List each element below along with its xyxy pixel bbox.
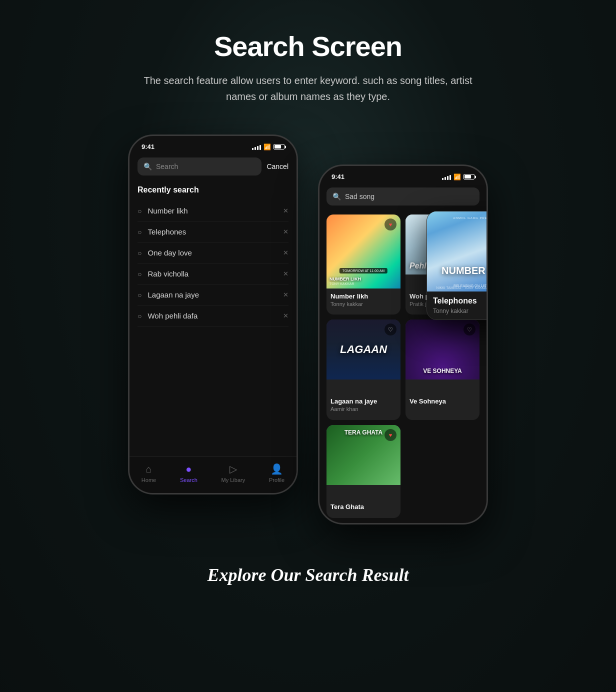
close-icon[interactable]: ✕ bbox=[283, 249, 288, 256]
presents-label: ANMOL GARG PRESENTS bbox=[427, 216, 488, 220]
album-art-lagaan: LAGAAN ♡ bbox=[326, 320, 400, 394]
search-item-text: Woh pehli dafa bbox=[148, 312, 277, 320]
card-artist-lagaan: Aamir khan bbox=[330, 406, 396, 412]
nav-library-label: My Libary bbox=[222, 477, 246, 483]
list-item[interactable]: ○ Number likh ✕ bbox=[138, 200, 288, 222]
phone-1-screen: 9:41 📶 🔍 Search C bbox=[130, 136, 296, 493]
history-icon: ○ bbox=[138, 312, 142, 320]
home-icon: ⌂ bbox=[146, 464, 152, 475]
floating-card[interactable]: ANMOL GARG PRESENTS NUMBER LIKH RELEASIN… bbox=[426, 211, 488, 320]
wifi-icon-2: 📶 bbox=[454, 174, 461, 180]
card-title-tera: Tera Ghata bbox=[330, 503, 396, 510]
search-item-text: Rab vicholla bbox=[148, 270, 277, 278]
tomorrow-badge: TOMORROW AT 11:00 AM bbox=[340, 268, 388, 274]
recently-section: Recently search ○ Number likh ✕ ○ Teleph… bbox=[130, 180, 296, 330]
card-info-ve: Ve Sohneya bbox=[406, 394, 480, 409]
close-icon[interactable]: ✕ bbox=[283, 270, 288, 278]
ve-sohneya-text: VE SOHNEYA bbox=[406, 368, 480, 374]
heart-button[interactable]: ♥ bbox=[384, 218, 396, 230]
recently-title: Recently search bbox=[138, 186, 288, 194]
close-icon[interactable]: ✕ bbox=[283, 312, 288, 320]
close-icon[interactable]: ✕ bbox=[283, 207, 288, 214]
wifi-icon: 📶 bbox=[264, 144, 271, 150]
list-item[interactable]: ○ One day love ✕ bbox=[138, 242, 288, 264]
list-item[interactable]: ○ Telephones ✕ bbox=[138, 222, 288, 242]
album-art-number-likh: NUMBER LIKH TONY KAKKAR TOMORROW AT 11:0… bbox=[326, 214, 400, 288]
search-item-text: One day love bbox=[148, 248, 277, 257]
time-2: 9:41 bbox=[332, 173, 344, 180]
status-icons-2: 📶 bbox=[442, 174, 474, 180]
time-1: 9:41 bbox=[142, 143, 154, 150]
nav-home[interactable]: ⌂ Home bbox=[142, 464, 156, 483]
signal-icon-2 bbox=[442, 174, 451, 180]
nav-search[interactable]: ● Search bbox=[180, 464, 198, 483]
search-icon: 🔍 bbox=[144, 162, 152, 170]
card-title: Number likh bbox=[330, 292, 396, 300]
nav-profile[interactable]: 👤 Profile bbox=[269, 463, 284, 483]
list-item[interactable]: ○ Rab vicholla ✕ bbox=[138, 264, 288, 284]
search-bar-2[interactable]: 🔍 Sad song bbox=[326, 188, 480, 206]
search-bar-1[interactable]: 🔍 Search Cancel bbox=[138, 158, 288, 176]
card-title-ve: Ve Sohneya bbox=[410, 398, 476, 405]
phone-1: 9:41 📶 🔍 Search C bbox=[128, 134, 298, 494]
status-bar-1: 9:41 📶 bbox=[130, 136, 296, 154]
history-icon: ○ bbox=[138, 207, 142, 215]
result-card-number-likh[interactable]: NUMBER LIKH TONY KAKKAR TOMORROW AT 11:0… bbox=[326, 214, 400, 314]
album-art-ve-sohneya: VE SOHNEYA ♡ bbox=[406, 320, 480, 394]
history-icon: ○ bbox=[138, 291, 142, 299]
cancel-button[interactable]: Cancel bbox=[266, 162, 288, 170]
phones-container: 9:41 📶 🔍 Search C bbox=[128, 134, 488, 524]
result-card-tera-ghata[interactable]: TERA GHATA ♥ Tera Ghata bbox=[326, 425, 400, 518]
floating-title: Telephones bbox=[433, 296, 488, 306]
history-icon: ○ bbox=[138, 249, 142, 257]
page-title: Search Screen bbox=[214, 30, 402, 62]
battery-icon-2 bbox=[464, 174, 474, 180]
list-item[interactable]: ○ Woh pehli dafa ✕ bbox=[138, 306, 288, 326]
battery-icon bbox=[274, 144, 284, 150]
nav-home-label: Home bbox=[142, 477, 156, 483]
result-card-ve-sohneya[interactable]: VE SOHNEYA ♡ Ve Sohneya bbox=[406, 320, 480, 420]
profile-icon: 👤 bbox=[270, 463, 283, 475]
search-nav-icon: ● bbox=[186, 464, 192, 475]
card-info-tera: Tera Ghata bbox=[326, 499, 400, 514]
status-bar-2: 9:41 📶 bbox=[320, 166, 486, 184]
nav-profile-label: Profile bbox=[269, 477, 284, 483]
nav-search-label: Search bbox=[180, 477, 198, 483]
list-item[interactable]: ○ Lagaan na jaye ✕ bbox=[138, 284, 288, 306]
result-card-lagaan[interactable]: LAGAAN ♡ Lagaan na jaye Aamir khan bbox=[326, 320, 400, 420]
status-icons-1: 📶 bbox=[252, 144, 284, 150]
search-icon-2: 🔍 bbox=[332, 192, 341, 200]
close-icon[interactable]: ✕ bbox=[283, 291, 288, 298]
search-query: Sad song bbox=[345, 192, 374, 200]
search-placeholder: Search bbox=[156, 162, 178, 170]
card-info-2: Lagaan na jaye Aamir khan bbox=[326, 394, 400, 416]
bottom-nav-1: ⌂ Home ● Search ▷ My Libary 👤 Profile bbox=[130, 456, 296, 493]
floating-big-text: NUMBER LIKH bbox=[427, 265, 488, 276]
floating-card-art: ANMOL GARG PRESENTS NUMBER LIKH RELEASIN… bbox=[427, 212, 488, 292]
search-item-text: Telephones bbox=[148, 228, 277, 236]
history-icon: ○ bbox=[138, 228, 142, 236]
page-subtitle: The search feature allow users to enter … bbox=[133, 72, 483, 104]
floating-card-info: Telephones Tonny kakkar bbox=[427, 292, 488, 320]
search-item-text: Number likh bbox=[148, 206, 277, 215]
card-artist: Tonny kakkar bbox=[330, 301, 396, 307]
library-icon: ▷ bbox=[230, 463, 237, 475]
phone-2: 9:41 📶 🔍 Sad song bbox=[318, 164, 488, 524]
bottom-tagline: Explore Our Search Result bbox=[207, 564, 408, 586]
history-icon: ○ bbox=[138, 270, 142, 278]
signal-icon bbox=[252, 144, 261, 150]
close-icon[interactable]: ✕ bbox=[283, 228, 288, 236]
search-input-wrap[interactable]: 🔍 Search bbox=[138, 158, 262, 176]
heart-button-5[interactable]: ♥ bbox=[384, 429, 396, 441]
floating-artist: Tonny kakkar bbox=[433, 308, 488, 314]
nav-library[interactable]: ▷ My Libary bbox=[222, 463, 246, 483]
search-item-text: Lagaan na jaye bbox=[148, 290, 277, 299]
card-title-lagaan: Lagaan na jaye bbox=[330, 398, 396, 405]
artist-credits: NIKKI TAMBOLI · TONY KAKKAR · BHAM · AZE… bbox=[427, 286, 488, 290]
card-info-1: Number likh Tonny kakkar bbox=[326, 288, 400, 311]
album-art-tera-ghata: TERA GHATA ♥ bbox=[326, 425, 400, 499]
